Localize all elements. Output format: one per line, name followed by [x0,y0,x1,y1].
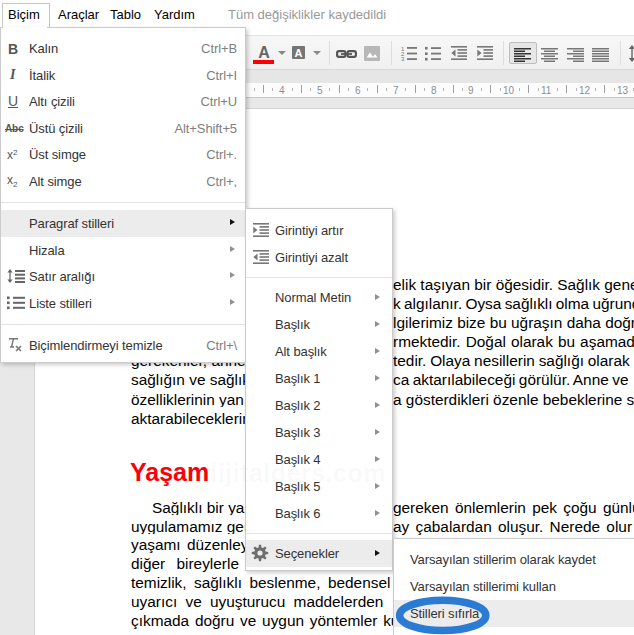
svg-text:3: 3 [401,56,405,61]
